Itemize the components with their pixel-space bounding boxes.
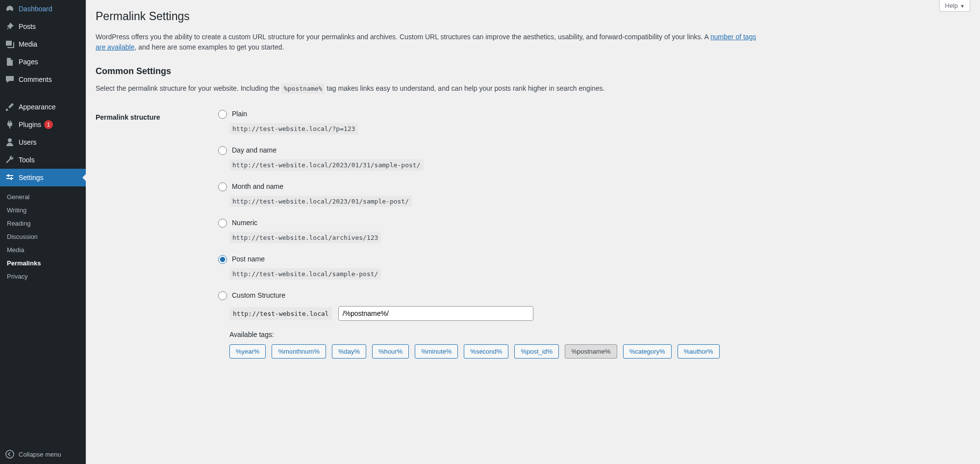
- option-post-name: Post name http://test-website.local/samp…: [216, 254, 970, 278]
- admin-sidebar: Dashboard Posts Media Pages Comments A: [0, 0, 86, 464]
- custom-structure-input[interactable]: [338, 306, 533, 321]
- custom-base-code: http://test-website.local: [229, 307, 332, 320]
- submenu-item-general[interactable]: General: [0, 190, 86, 204]
- submenu-item-permalinks[interactable]: Permalinks: [0, 257, 86, 270]
- sidebar-item-users[interactable]: Users: [0, 133, 86, 151]
- permalink-structure-label: Permalink structure: [96, 108, 216, 371]
- example-code: http://test-website.local/sample-post/: [229, 268, 381, 280]
- submenu-item-media[interactable]: Media: [0, 243, 86, 257]
- example-code: http://test-website.local/2023/01/sample…: [229, 196, 412, 207]
- page-icon: [5, 57, 15, 67]
- pin-icon: [5, 22, 15, 31]
- wrench-icon: [5, 155, 15, 165]
- collapse-icon: [5, 449, 15, 459]
- tag-category[interactable]: %category%: [623, 344, 672, 359]
- sidebar-item-posts[interactable]: Posts: [0, 18, 86, 35]
- tag-monthnum[interactable]: %monthnum%: [272, 344, 326, 359]
- tag-minute[interactable]: %minute%: [415, 344, 458, 359]
- sidebar-item-label: Pages: [19, 57, 38, 67]
- comment-icon: [5, 75, 15, 84]
- option-custom: Custom Structure http://test-website.loc…: [216, 290, 970, 359]
- tag-year[interactable]: %year%: [229, 344, 266, 359]
- sidebar-item-label: Comments: [19, 75, 52, 84]
- sidebar-item-media[interactable]: Media: [0, 35, 86, 53]
- option-month-name: Month and name http://test-website.local…: [216, 181, 970, 205]
- sidebar-item-settings[interactable]: Settings: [0, 169, 86, 186]
- sidebar-item-label: Media: [19, 39, 37, 49]
- brush-icon: [5, 102, 15, 112]
- submenu-item-reading[interactable]: Reading: [0, 217, 86, 230]
- option-label: Day and name: [232, 146, 276, 154]
- sidebar-item-label: Tools: [19, 155, 35, 165]
- intro-paragraph: WordPress offers you the ability to crea…: [96, 32, 762, 52]
- postname-tag-code: %postname%: [281, 83, 325, 94]
- sidebar-item-plugins[interactable]: Plugins 1: [0, 116, 86, 133]
- tag-postname[interactable]: %postname%: [565, 344, 617, 359]
- option-label: Month and name: [232, 182, 283, 190]
- example-code: http://test-website.local/2023/01/31/sam…: [229, 159, 424, 171]
- option-label: Custom Structure: [232, 291, 285, 299]
- radio-month-name[interactable]: [218, 182, 227, 191]
- option-label: Numeric: [232, 219, 257, 227]
- settings-submenu: General Writing Reading Discussion Media…: [0, 186, 86, 287]
- help-tab[interactable]: Help▼: [939, 0, 970, 12]
- radio-numeric[interactable]: [218, 219, 227, 228]
- sidebar-item-comments[interactable]: Comments: [0, 71, 86, 88]
- available-tags-label: Available tags:: [229, 331, 970, 338]
- sidebar-item-appearance[interactable]: Appearance: [0, 98, 86, 116]
- option-label: Plain: [232, 110, 247, 118]
- plug-icon: [5, 120, 15, 129]
- submenu-item-privacy[interactable]: Privacy: [0, 270, 86, 283]
- tag-post-id[interactable]: %post_id%: [514, 344, 559, 359]
- main-content: Help▼ Permalink Settings WordPress offer…: [86, 0, 980, 464]
- tag-hour[interactable]: %hour%: [372, 344, 409, 359]
- help-label: Help: [945, 2, 958, 9]
- sidebar-item-label: Users: [19, 137, 37, 147]
- common-settings-description: Select the permalink structure for your …: [96, 83, 970, 94]
- radio-day-name[interactable]: [218, 146, 227, 155]
- collapse-menu-button[interactable]: Collapse menu: [0, 444, 86, 464]
- option-label: Post name: [232, 255, 265, 263]
- common-settings-heading: Common Settings: [96, 66, 970, 77]
- radio-plain[interactable]: [218, 110, 227, 119]
- sidebar-item-pages[interactable]: Pages: [0, 53, 86, 71]
- chevron-down-icon: ▼: [960, 3, 965, 9]
- user-icon: [5, 137, 15, 147]
- sidebar-item-tools[interactable]: Tools: [0, 151, 86, 169]
- tag-author[interactable]: %author%: [678, 344, 720, 359]
- sidebar-item-label: Settings: [19, 173, 44, 182]
- sliders-icon: [5, 173, 15, 182]
- svg-point-0: [6, 450, 14, 458]
- sidebar-item-dashboard[interactable]: Dashboard: [0, 0, 86, 18]
- submenu-item-writing[interactable]: Writing: [0, 204, 86, 217]
- option-day-name: Day and name http://test-website.local/2…: [216, 145, 970, 169]
- radio-custom[interactable]: [218, 291, 227, 300]
- example-code: http://test-website.local/archives/123: [229, 232, 381, 243]
- collapse-label: Collapse menu: [19, 451, 61, 458]
- sidebar-item-label: Plugins: [19, 120, 41, 129]
- available-tags: %year% %monthnum% %day% %hour% %minute% …: [229, 344, 970, 359]
- example-code: http://test-website.local/?p=123: [229, 123, 358, 134]
- update-badge: 1: [44, 120, 53, 129]
- sidebar-item-label: Posts: [19, 22, 36, 31]
- submenu-item-discussion[interactable]: Discussion: [0, 230, 86, 243]
- option-numeric: Numeric http://test-website.local/archiv…: [216, 217, 970, 241]
- sidebar-item-label: Appearance: [19, 102, 56, 112]
- radio-post-name[interactable]: [218, 255, 227, 264]
- page-title: Permalink Settings: [96, 10, 970, 23]
- tag-second[interactable]: %second%: [464, 344, 508, 359]
- tag-day[interactable]: %day%: [332, 344, 366, 359]
- media-icon: [5, 39, 15, 49]
- option-plain: Plain http://test-website.local/?p=123: [216, 108, 970, 132]
- sidebar-item-label: Dashboard: [19, 4, 52, 14]
- gauge-icon: [5, 4, 15, 14]
